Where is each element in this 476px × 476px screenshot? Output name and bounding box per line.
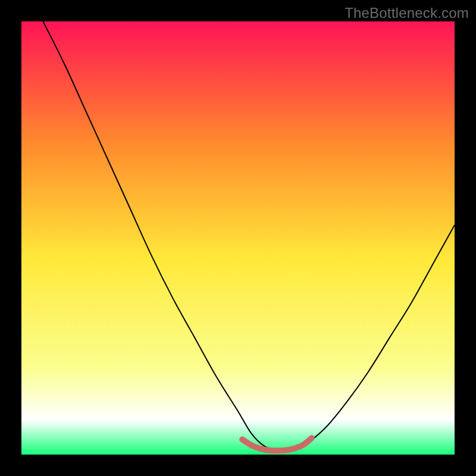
chart-frame: TheBottleneck.com <box>0 0 476 476</box>
chart-svg <box>21 21 455 455</box>
plot-area <box>21 21 455 455</box>
gradient-background <box>21 21 455 455</box>
watermark-text: TheBottleneck.com <box>345 5 469 21</box>
